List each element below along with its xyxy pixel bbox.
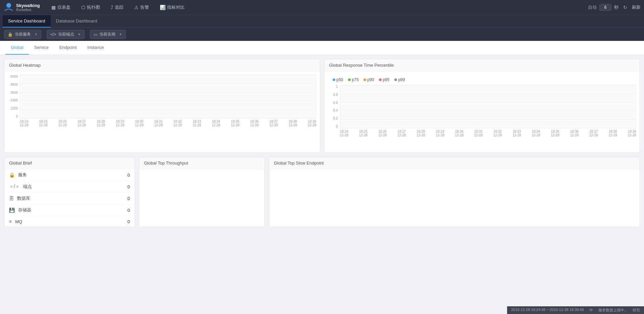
nav-alert[interactable]: ⚠ 告警 bbox=[130, 2, 154, 12]
brief-item-label: 存储器 bbox=[18, 207, 128, 213]
sub-tabs: Global Service Endpoint Instance bbox=[0, 41, 644, 55]
legend-dot bbox=[348, 78, 351, 81]
throughput-title: Global Top Throughput bbox=[144, 161, 188, 166]
heatmap-x-label: 18:3312-28 bbox=[193, 120, 201, 127]
brief-row: ＜/＞ 端点 0 bbox=[4, 181, 135, 193]
brief-row: 🔒 服务 0 bbox=[4, 169, 135, 181]
service-ctrl-icon: 🔒 bbox=[8, 32, 13, 37]
response-x-label: 18:3612-28 bbox=[570, 130, 579, 137]
response-x-label: 18:2812-28 bbox=[416, 130, 425, 137]
throughput-panel: Global Top Throughput bbox=[139, 157, 265, 227]
heatmap-x-label: 18:2812-28 bbox=[97, 120, 105, 127]
service-selector[interactable]: 🔒 当前服务 ▼ bbox=[4, 30, 41, 39]
row-bottom: Global Brief 🔒 服务 0 ＜/＞ 端点 0 🗄 数据库 0 💾 存… bbox=[4, 157, 640, 227]
subtab-endpoint[interactable]: Endpoint bbox=[54, 41, 82, 55]
top-right-controls: 自动 秒 ↻ 刷新 bbox=[588, 4, 641, 11]
nav-alert-label: 告警 bbox=[140, 4, 149, 10]
controls-bar: 🔒 当前服务 ▼ </> 当前端点 ▼ ▭ 当前实例 ▼ bbox=[0, 27, 644, 41]
heatmap-panel: Global Heatmap 6000 4800 3600 2400 1200 … bbox=[4, 59, 320, 153]
heatmap-x-label: 18:2912-28 bbox=[116, 120, 125, 127]
heatmap-x-label: 18:3212-28 bbox=[174, 120, 182, 127]
response-time-legend: p50p75p90p95p99 bbox=[328, 75, 637, 85]
instance-selector[interactable]: ▭ 当前实例 ▼ bbox=[90, 30, 126, 39]
svg-point-0 bbox=[6, 3, 11, 8]
slow-endpoint-header: Global Top Slow Endpoint bbox=[269, 157, 640, 169]
brief-item-count: 0 bbox=[128, 173, 130, 178]
legend-item: p95 bbox=[379, 77, 390, 82]
nav-trace[interactable]: ⤴ 追踪 bbox=[106, 2, 128, 12]
lock-icon: 🔒 bbox=[9, 172, 15, 178]
response-x-label: 18:3012-28 bbox=[455, 130, 464, 137]
response-x-label: 18:3412-28 bbox=[532, 130, 540, 137]
response-time-body: p50p75p90p95p99 1 0.8 0.6 0.4 0.2 0 bbox=[325, 71, 640, 152]
instance-chevron-icon: ▼ bbox=[119, 33, 122, 36]
nav-metrics[interactable]: 📊 指标对比 bbox=[155, 2, 189, 12]
seconds-label: 秒 bbox=[614, 4, 618, 10]
legend-item: p90 bbox=[363, 77, 374, 82]
heatmap-x-label: 18:3612-28 bbox=[250, 120, 259, 127]
refresh-interval-input[interactable] bbox=[599, 4, 611, 11]
slow-endpoint-panel: Global Top Slow Endpoint bbox=[269, 157, 640, 227]
brief-row: ≡ MQ 0 bbox=[4, 216, 135, 227]
response-x-label: 18:3512-28 bbox=[551, 130, 560, 137]
alert-icon: ⚠ bbox=[134, 5, 139, 10]
nav-trace-label: 追踪 bbox=[115, 4, 123, 10]
app-name: Skywalking bbox=[16, 3, 40, 8]
response-x-label: 18:3212-28 bbox=[493, 130, 502, 137]
response-x-label: 18:2412-28 bbox=[340, 130, 349, 137]
brief-row: 💾 存储器 0 bbox=[4, 204, 135, 216]
subtab-global[interactable]: Global bbox=[5, 41, 29, 55]
subtab-service-label: Service bbox=[34, 45, 49, 50]
brief-item-label: 端点 bbox=[23, 184, 128, 190]
heatmap-x-label: 18:2412-28 bbox=[20, 120, 29, 127]
endpoint-chevron-icon: ▼ bbox=[78, 33, 81, 36]
brief-item-count: 0 bbox=[128, 184, 130, 189]
subtab-instance[interactable]: Instance bbox=[82, 41, 109, 55]
subtab-service[interactable]: Service bbox=[29, 41, 54, 55]
endpoint-ctrl-label: 当前端点 bbox=[58, 32, 74, 37]
legend-item: p75 bbox=[348, 77, 359, 82]
heatmap-x-label: 18:3512-28 bbox=[231, 120, 240, 127]
service-chevron-icon: ▼ bbox=[34, 33, 38, 36]
heatmap-x-label: 18:2712-28 bbox=[78, 120, 86, 127]
heatmap-grid bbox=[20, 75, 316, 118]
legend-dot bbox=[333, 78, 335, 81]
tab-database-dashboard[interactable]: Database Dashboard bbox=[51, 15, 103, 27]
subtab-endpoint-label: Endpoint bbox=[59, 45, 77, 50]
code-icon: ＜/＞ bbox=[9, 184, 20, 190]
nav-dashboard-label: 仪表盘 bbox=[57, 4, 70, 10]
endpoint-selector[interactable]: </> 当前端点 ▼ bbox=[47, 30, 85, 39]
legend-dot bbox=[363, 78, 366, 81]
legend-item: p50 bbox=[333, 77, 343, 82]
service-ctrl-label: 当前服务 bbox=[15, 32, 31, 37]
nav-items: ▦ 仪表盘 ⬡ 拓扑图 ⤴ 追踪 ⚠ 告警 📊 指标对比 bbox=[47, 2, 588, 12]
nav-topology[interactable]: ⬡ 拓扑图 bbox=[77, 2, 105, 12]
response-time-header: Global Response Time Percentile bbox=[325, 59, 640, 71]
refresh-button[interactable]: ↻ bbox=[621, 4, 629, 11]
tab-service-dashboard[interactable]: Service Dashboard bbox=[3, 15, 51, 27]
brief-item-label: 服务 bbox=[18, 172, 128, 178]
top-nav: Skywalking Rocketbot ▦ 仪表盘 ⬡ 拓扑图 ⤴ 追踪 ⚠ … bbox=[0, 0, 644, 15]
heatmap-panel-header: Global Heatmap bbox=[4, 59, 320, 71]
instance-ctrl-icon: ▭ bbox=[94, 32, 97, 37]
subtab-global-label: Global bbox=[11, 45, 23, 50]
brief-row: 🗄 数据库 0 bbox=[4, 193, 135, 204]
response-time-panel: Global Response Time Percentile p50p75p9… bbox=[324, 59, 640, 153]
response-x-label: 18:3312-28 bbox=[512, 130, 521, 137]
nav-topology-label: 拓扑图 bbox=[87, 4, 100, 10]
metrics-icon: 📊 bbox=[160, 5, 165, 10]
heatmap-x-label: 18:3912-28 bbox=[308, 120, 316, 127]
heatmap-panel-body: 6000 4800 3600 2400 1200 0 bbox=[4, 71, 320, 142]
nav-dashboard[interactable]: ▦ 仪表盘 bbox=[47, 2, 75, 12]
storage-icon: 💾 bbox=[9, 207, 15, 213]
heatmap-x-label: 18:2612-28 bbox=[58, 120, 67, 127]
main-content: Global Heatmap 6000 4800 3600 2400 1200 … bbox=[0, 55, 644, 235]
legend-item: p99 bbox=[394, 77, 405, 82]
tab-service-label: Service Dashboard bbox=[8, 18, 45, 23]
response-x-label: 18:2712-28 bbox=[397, 130, 406, 137]
response-x-label: 18:2612-28 bbox=[378, 130, 387, 137]
brief-item-label: 数据库 bbox=[17, 195, 128, 201]
heatmap-y-axis: 6000 4800 3600 2400 1200 0 bbox=[8, 75, 19, 118]
heatmap-x-label: 18:3012-28 bbox=[135, 120, 144, 127]
brief-item-count: 0 bbox=[128, 219, 130, 224]
